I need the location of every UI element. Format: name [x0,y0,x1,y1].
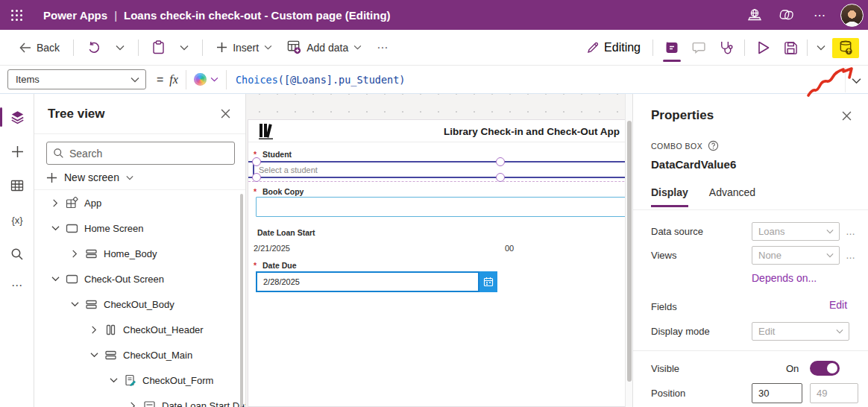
insert-button[interactable]: Insert [210,38,278,57]
tree-item-checkout-form[interactable]: CheckOut_Form [34,367,245,393]
tab-display[interactable]: Display [651,186,688,207]
fields-label: Fields [651,301,677,312]
display-mode-dropdown[interactable]: Edit [752,322,849,341]
copilot-formula-icon [194,73,207,86]
form-icon [124,374,136,387]
formula-arguments: ([@Loans].pu_Student) [278,74,406,86]
insert-rail-icon[interactable] [0,134,34,168]
chevron-down-icon[interactable] [51,274,60,283]
tab-advanced[interactable]: Advanced [709,186,755,207]
chevron-down-icon[interactable] [51,224,60,233]
canvas-scrollbar-thumb[interactable] [627,121,632,382]
variables-rail-icon[interactable]: {x} [0,203,34,237]
waffle-menu-icon[interactable] [0,0,33,30]
tree-item-checkout-screen[interactable]: Check-Out Screen [34,266,245,291]
title-separator: | [114,9,117,22]
property-selector[interactable]: Items [7,69,146,89]
editing-status-button[interactable]: Editing [581,37,647,58]
undo-button[interactable] [81,37,107,58]
control-type-label: COMBO BOX [651,142,702,151]
back-button[interactable]: Back [13,38,66,57]
rail-more-icon[interactable]: ⋯ [0,271,34,300]
date-loan-start-value: 2/21/2025 [254,244,290,253]
comments-icon[interactable] [686,35,711,60]
views-dropdown[interactable]: None [752,246,840,265]
data-source-more-icon[interactable]: … [844,226,858,237]
preview-app-icon[interactable] [751,35,776,60]
user-avatar[interactable] [840,4,864,27]
chevron-down-icon[interactable] [109,376,118,385]
add-data-button[interactable]: Add data [281,37,368,58]
chevron-right-icon[interactable] [128,401,137,407]
fx-label: fx [169,73,178,86]
required-marker: * [254,187,257,196]
tree-item-home-screen[interactable]: Home Screen [34,215,245,241]
save-icon[interactable] [778,35,803,60]
page-title: Loans check-in check-out - Custom page (… [124,9,391,22]
chevron-right-icon[interactable] [89,325,98,334]
position-y-input[interactable] [810,383,858,403]
chevron-down-icon[interactable] [89,350,98,359]
environment-icon[interactable] [740,0,769,30]
tree-view-title: Tree view [48,107,105,122]
app-canvas[interactable]: Library Check-in and Check-Out App * Stu… [248,120,625,407]
resize-handle[interactable] [496,157,505,166]
formula-input[interactable]: Choices([@Loans].pu_Student) [236,74,406,86]
chevron-right-icon[interactable] [51,198,60,207]
tree-item-checkout-header[interactable]: CheckOut_Header [34,317,245,342]
data-rail-icon[interactable] [0,168,34,203]
data-source-dropdown[interactable]: Loans [752,222,840,241]
more-options-icon[interactable]: ⋯ [806,0,834,30]
selection-border-top [248,161,625,163]
tree-item-checkout-main[interactable]: CheckOut_Main [34,342,245,367]
date-loan-start-extra: 00 [505,244,514,253]
undo-dropdown-chevron[interactable] [110,41,130,54]
resize-handle[interactable] [252,173,261,182]
formula-copilot-button[interactable] [186,73,226,86]
back-label: Back [37,42,60,54]
date-picker-button[interactable] [479,271,497,292]
tree-item-app[interactable]: App [34,190,245,215]
app-checker-icon[interactable] [713,35,738,60]
search-rail-icon[interactable] [0,237,34,271]
formula-expand-chevron[interactable] [847,72,865,89]
tree-view-rail-icon[interactable] [0,100,34,134]
visible-toggle[interactable] [810,361,840,376]
book-copy-field-label: Book Copy [262,187,304,196]
screen-icon [66,273,78,285]
position-x-input[interactable] [752,383,802,403]
search-icon [53,148,64,159]
copilot-icon[interactable] [773,0,802,30]
app-title: Library Check-in and Check-Out App [248,126,625,137]
student-combobox[interactable]: Select a student [259,165,318,174]
date-due-input[interactable]: 2/28/2025 [256,271,479,292]
tree-item-home-body[interactable]: Home_Body [34,241,245,266]
copilot-panel-icon[interactable] [659,35,685,60]
canvas-scrollbar[interactable] [625,94,632,407]
paste-button[interactable] [146,37,171,58]
new-screen-button[interactable]: New screen [46,171,233,183]
tree-item-date-loan-start-card[interactable]: Date Loan Start Dat [34,393,245,407]
app-header-section[interactable]: Library Check-in and Check-Out App [248,120,625,142]
tree-item-checkout-body[interactable]: CheckOut_Body [34,291,245,317]
book-copy-input[interactable] [256,197,625,217]
properties-close-icon[interactable] [837,106,856,125]
product-name[interactable]: Power Apps [43,9,107,22]
publish-icon[interactable] [837,40,854,56]
chevron-right-icon[interactable] [70,249,79,258]
save-options-chevron[interactable] [811,35,831,60]
depends-on-link[interactable]: Depends on... [752,272,817,284]
resize-handle[interactable] [496,173,505,182]
chevron-down-icon[interactable] [70,300,79,309]
tree-close-icon[interactable] [216,104,235,124]
help-icon[interactable] [708,140,719,151]
resize-handle[interactable] [252,157,261,166]
selection-border-bottom [248,177,625,178]
tree-search-input[interactable] [69,148,218,160]
toolbar-more-icon[interactable]: ⋯ [371,37,394,58]
fields-edit-link[interactable]: Edit [829,299,847,311]
app-header-bar: Power Apps | Loans check-in check-out - … [0,0,868,30]
views-more-icon[interactable]: … [844,250,858,261]
tree-scrollbar[interactable] [240,194,243,407]
paste-dropdown-chevron[interactable] [174,41,195,54]
